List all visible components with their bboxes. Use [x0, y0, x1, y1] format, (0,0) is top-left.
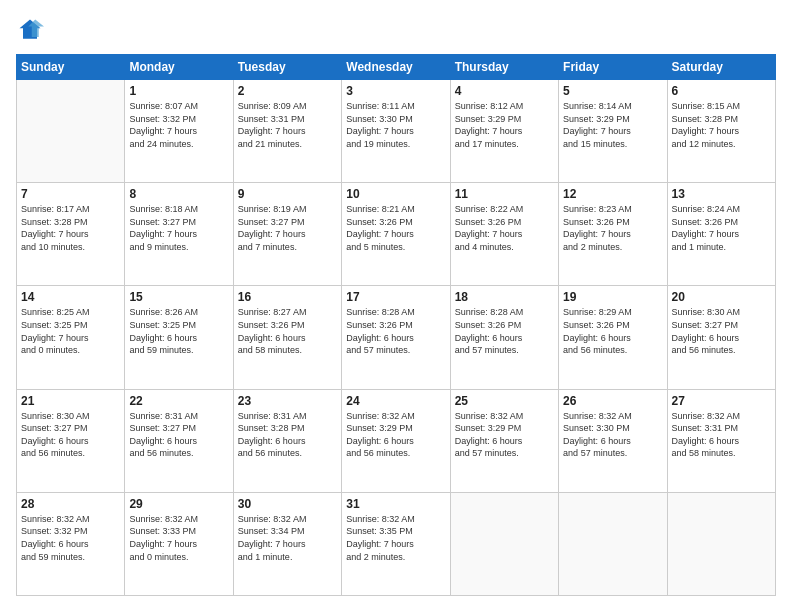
calendar-cell: 31Sunrise: 8:32 AM Sunset: 3:35 PM Dayli…: [342, 492, 450, 595]
day-number: 7: [21, 187, 120, 201]
day-number: 1: [129, 84, 228, 98]
day-info: Sunrise: 8:14 AM Sunset: 3:29 PM Dayligh…: [563, 100, 662, 150]
day-number: 8: [129, 187, 228, 201]
calendar-cell: 2Sunrise: 8:09 AM Sunset: 3:31 PM Daylig…: [233, 80, 341, 183]
calendar-cell: 26Sunrise: 8:32 AM Sunset: 3:30 PM Dayli…: [559, 389, 667, 492]
calendar-cell: 20Sunrise: 8:30 AM Sunset: 3:27 PM Dayli…: [667, 286, 775, 389]
day-info: Sunrise: 8:32 AM Sunset: 3:33 PM Dayligh…: [129, 513, 228, 563]
day-info: Sunrise: 8:21 AM Sunset: 3:26 PM Dayligh…: [346, 203, 445, 253]
day-number: 3: [346, 84, 445, 98]
day-number: 29: [129, 497, 228, 511]
calendar-cell: 6Sunrise: 8:15 AM Sunset: 3:28 PM Daylig…: [667, 80, 775, 183]
day-number: 28: [21, 497, 120, 511]
calendar-header-row: SundayMondayTuesdayWednesdayThursdayFrid…: [17, 55, 776, 80]
day-number: 16: [238, 290, 337, 304]
calendar-week-3: 21Sunrise: 8:30 AM Sunset: 3:27 PM Dayli…: [17, 389, 776, 492]
day-info: Sunrise: 8:29 AM Sunset: 3:26 PM Dayligh…: [563, 306, 662, 356]
day-number: 6: [672, 84, 771, 98]
day-number: 4: [455, 84, 554, 98]
day-info: Sunrise: 8:24 AM Sunset: 3:26 PM Dayligh…: [672, 203, 771, 253]
logo-icon: [16, 16, 44, 44]
day-info: Sunrise: 8:26 AM Sunset: 3:25 PM Dayligh…: [129, 306, 228, 356]
calendar-cell: [450, 492, 558, 595]
calendar-cell: 19Sunrise: 8:29 AM Sunset: 3:26 PM Dayli…: [559, 286, 667, 389]
calendar-week-1: 7Sunrise: 8:17 AM Sunset: 3:28 PM Daylig…: [17, 183, 776, 286]
day-info: Sunrise: 8:23 AM Sunset: 3:26 PM Dayligh…: [563, 203, 662, 253]
day-number: 31: [346, 497, 445, 511]
day-number: 25: [455, 394, 554, 408]
day-info: Sunrise: 8:32 AM Sunset: 3:30 PM Dayligh…: [563, 410, 662, 460]
day-info: Sunrise: 8:12 AM Sunset: 3:29 PM Dayligh…: [455, 100, 554, 150]
day-info: Sunrise: 8:22 AM Sunset: 3:26 PM Dayligh…: [455, 203, 554, 253]
calendar-cell: 25Sunrise: 8:32 AM Sunset: 3:29 PM Dayli…: [450, 389, 558, 492]
calendar-cell: 4Sunrise: 8:12 AM Sunset: 3:29 PM Daylig…: [450, 80, 558, 183]
day-info: Sunrise: 8:18 AM Sunset: 3:27 PM Dayligh…: [129, 203, 228, 253]
day-number: 5: [563, 84, 662, 98]
calendar-cell: [559, 492, 667, 595]
day-number: 9: [238, 187, 337, 201]
day-info: Sunrise: 8:32 AM Sunset: 3:34 PM Dayligh…: [238, 513, 337, 563]
calendar-cell: 10Sunrise: 8:21 AM Sunset: 3:26 PM Dayli…: [342, 183, 450, 286]
day-info: Sunrise: 8:30 AM Sunset: 3:27 PM Dayligh…: [21, 410, 120, 460]
day-header-monday: Monday: [125, 55, 233, 80]
day-info: Sunrise: 8:09 AM Sunset: 3:31 PM Dayligh…: [238, 100, 337, 150]
calendar-cell: 22Sunrise: 8:31 AM Sunset: 3:27 PM Dayli…: [125, 389, 233, 492]
day-number: 15: [129, 290, 228, 304]
day-header-sunday: Sunday: [17, 55, 125, 80]
calendar-cell: 14Sunrise: 8:25 AM Sunset: 3:25 PM Dayli…: [17, 286, 125, 389]
day-number: 13: [672, 187, 771, 201]
day-info: Sunrise: 8:28 AM Sunset: 3:26 PM Dayligh…: [455, 306, 554, 356]
day-info: Sunrise: 8:32 AM Sunset: 3:29 PM Dayligh…: [346, 410, 445, 460]
calendar-cell: 23Sunrise: 8:31 AM Sunset: 3:28 PM Dayli…: [233, 389, 341, 492]
calendar-cell: 9Sunrise: 8:19 AM Sunset: 3:27 PM Daylig…: [233, 183, 341, 286]
day-header-wednesday: Wednesday: [342, 55, 450, 80]
calendar-cell: 13Sunrise: 8:24 AM Sunset: 3:26 PM Dayli…: [667, 183, 775, 286]
calendar-cell: [667, 492, 775, 595]
day-header-friday: Friday: [559, 55, 667, 80]
day-info: Sunrise: 8:32 AM Sunset: 3:35 PM Dayligh…: [346, 513, 445, 563]
day-number: 22: [129, 394, 228, 408]
day-number: 14: [21, 290, 120, 304]
calendar-cell: 15Sunrise: 8:26 AM Sunset: 3:25 PM Dayli…: [125, 286, 233, 389]
day-number: 2: [238, 84, 337, 98]
logo: [16, 16, 48, 44]
calendar-cell: 7Sunrise: 8:17 AM Sunset: 3:28 PM Daylig…: [17, 183, 125, 286]
day-info: Sunrise: 8:30 AM Sunset: 3:27 PM Dayligh…: [672, 306, 771, 356]
calendar-cell: 21Sunrise: 8:30 AM Sunset: 3:27 PM Dayli…: [17, 389, 125, 492]
day-info: Sunrise: 8:31 AM Sunset: 3:28 PM Dayligh…: [238, 410, 337, 460]
day-number: 24: [346, 394, 445, 408]
calendar-cell: 18Sunrise: 8:28 AM Sunset: 3:26 PM Dayli…: [450, 286, 558, 389]
day-number: 12: [563, 187, 662, 201]
header: [16, 16, 776, 44]
calendar-cell: 29Sunrise: 8:32 AM Sunset: 3:33 PM Dayli…: [125, 492, 233, 595]
day-info: Sunrise: 8:25 AM Sunset: 3:25 PM Dayligh…: [21, 306, 120, 356]
day-number: 26: [563, 394, 662, 408]
calendar-week-4: 28Sunrise: 8:32 AM Sunset: 3:32 PM Dayli…: [17, 492, 776, 595]
day-info: Sunrise: 8:32 AM Sunset: 3:29 PM Dayligh…: [455, 410, 554, 460]
calendar-cell: 16Sunrise: 8:27 AM Sunset: 3:26 PM Dayli…: [233, 286, 341, 389]
calendar-cell: 11Sunrise: 8:22 AM Sunset: 3:26 PM Dayli…: [450, 183, 558, 286]
calendar-cell: 17Sunrise: 8:28 AM Sunset: 3:26 PM Dayli…: [342, 286, 450, 389]
calendar-week-2: 14Sunrise: 8:25 AM Sunset: 3:25 PM Dayli…: [17, 286, 776, 389]
calendar-cell: 8Sunrise: 8:18 AM Sunset: 3:27 PM Daylig…: [125, 183, 233, 286]
day-info: Sunrise: 8:32 AM Sunset: 3:31 PM Dayligh…: [672, 410, 771, 460]
calendar-cell: 28Sunrise: 8:32 AM Sunset: 3:32 PM Dayli…: [17, 492, 125, 595]
day-info: Sunrise: 8:17 AM Sunset: 3:28 PM Dayligh…: [21, 203, 120, 253]
calendar-cell: 24Sunrise: 8:32 AM Sunset: 3:29 PM Dayli…: [342, 389, 450, 492]
day-info: Sunrise: 8:11 AM Sunset: 3:30 PM Dayligh…: [346, 100, 445, 150]
day-info: Sunrise: 8:31 AM Sunset: 3:27 PM Dayligh…: [129, 410, 228, 460]
calendar-cell: [17, 80, 125, 183]
day-info: Sunrise: 8:15 AM Sunset: 3:28 PM Dayligh…: [672, 100, 771, 150]
day-number: 27: [672, 394, 771, 408]
day-number: 18: [455, 290, 554, 304]
calendar-cell: 12Sunrise: 8:23 AM Sunset: 3:26 PM Dayli…: [559, 183, 667, 286]
calendar-cell: 27Sunrise: 8:32 AM Sunset: 3:31 PM Dayli…: [667, 389, 775, 492]
day-number: 11: [455, 187, 554, 201]
calendar-cell: 30Sunrise: 8:32 AM Sunset: 3:34 PM Dayli…: [233, 492, 341, 595]
calendar-cell: 5Sunrise: 8:14 AM Sunset: 3:29 PM Daylig…: [559, 80, 667, 183]
calendar-table: SundayMondayTuesdayWednesdayThursdayFrid…: [16, 54, 776, 596]
page: SundayMondayTuesdayWednesdayThursdayFrid…: [0, 0, 792, 612]
day-info: Sunrise: 8:28 AM Sunset: 3:26 PM Dayligh…: [346, 306, 445, 356]
day-number: 19: [563, 290, 662, 304]
day-number: 23: [238, 394, 337, 408]
